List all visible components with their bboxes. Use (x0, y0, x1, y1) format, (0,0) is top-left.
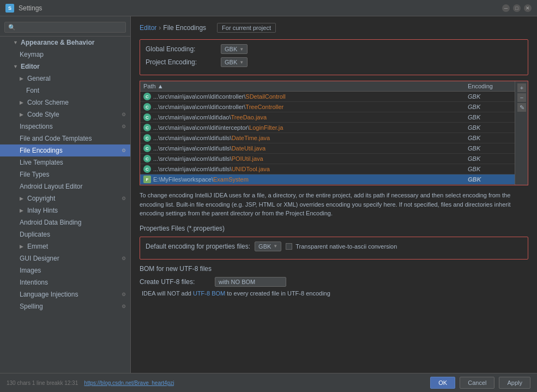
transparent-conversion-label[interactable]: Transparent native-to-ascii conversion (286, 243, 397, 250)
table-row[interactable]: C ...\src\main\java\com\ldit\utils\DateT… (140, 133, 515, 143)
project-encoding-arrow: ▼ (239, 60, 244, 65)
row-path-3: ...\src\main\java\com\ldit\interceptor\L… (153, 124, 468, 131)
table-row-selected[interactable]: F E:\MyFiles\workspace\ExamSystem GBK (140, 174, 515, 185)
table-wrapper: Path ▲ Encoding C ...\src\main\java\com\… (140, 81, 528, 185)
table-row[interactable]: C ...\src\main\java\com\ldit\controller\… (140, 102, 515, 112)
row-path-6: ...\src\main\java\com\ldit\utils\POIUtil… (153, 155, 468, 162)
file-icon-1: C (143, 103, 151, 111)
sidebar-label-file-code-templates: File and Code Templates (20, 135, 92, 142)
ok-button[interactable]: OK (430, 377, 455, 389)
sidebar-item-duplicates[interactable]: Duplicates (0, 228, 130, 240)
table-row[interactable]: C ...\src\main\java\com\ldit\utils\DateU… (140, 143, 515, 154)
sidebar-item-appearance[interactable]: ▼ Appearance & Behavior (0, 37, 130, 49)
cancel-button[interactable]: Cancel (460, 377, 494, 389)
close-button[interactable]: ✕ (524, 4, 532, 12)
remove-encoding-button[interactable]: − (517, 93, 526, 102)
table-row[interactable]: C ...\src\main\java\com\ldit\utils\POIUt… (140, 154, 515, 164)
breadcrumb-current: File Encodings (163, 24, 206, 32)
folder-icon-8: F (143, 176, 151, 183)
sidebar-item-copyright[interactable]: ▶ Copyright ⚙ (0, 192, 130, 204)
sidebar-item-keymap[interactable]: Keymap (0, 49, 130, 61)
properties-encoding-arrow: ▼ (273, 244, 277, 249)
search-input[interactable] (4, 22, 126, 33)
table-row[interactable]: C ...\src\main\java\com\ldit\dao\TreeDao… (140, 112, 515, 123)
sidebar-item-spelling[interactable]: Spelling ⚙ (0, 300, 130, 312)
dialog-body: ▼ Appearance & Behavior Keymap ▼ Editor … (0, 16, 537, 373)
file-encodings-table: Path ▲ Encoding C ...\src\main\java\com\… (140, 81, 528, 185)
sidebar-item-color-scheme[interactable]: ▶ Color Scheme (0, 97, 130, 108)
row-encoding-5: GBK (468, 145, 511, 152)
row-path-5: ...\src\main\java\com\ldit\utils\DateUti… (153, 145, 468, 152)
sidebar-item-android-data-binding[interactable]: Android Data Binding (0, 216, 130, 228)
global-encoding-label: Global Encoding: (146, 45, 216, 53)
row-encoding-6: GBK (468, 155, 511, 162)
sidebar-label-file-types: File Types (20, 171, 49, 178)
table-row[interactable]: C ...\src\main\java\com\ldit\controller\… (140, 92, 515, 102)
table-row[interactable]: C ...\src\main\java\com\ldit\interceptor… (140, 123, 515, 133)
create-utf8-label: Create UTF-8 files: (140, 278, 210, 286)
sidebar-item-font[interactable]: Font (0, 85, 130, 97)
properties-encoding-label: Default encoding for properties files: (146, 243, 250, 250)
sidebar-label-duplicates: Duplicates (20, 231, 50, 238)
sidebar-item-file-code-templates[interactable]: File and Code Templates (0, 132, 130, 144)
window-title: Settings (19, 4, 502, 12)
minimize-button[interactable]: ─ (502, 4, 510, 12)
path-column-header[interactable]: Path ▲ (143, 83, 468, 89)
add-encoding-button[interactable]: + (517, 83, 526, 92)
create-utf8-select[interactable]: with NO BOM with BOM with BOM (Windows) (215, 277, 286, 287)
sidebar-item-intentions[interactable]: Intentions (0, 276, 130, 288)
sidebar-item-android-layout[interactable]: Android Layout Editor (0, 180, 130, 192)
main-content: Editor › File Encodings For current proj… (131, 16, 537, 373)
table-inner: Path ▲ Encoding C ...\src\main\java\com\… (140, 81, 515, 185)
sidebar-item-code-style[interactable]: ▶ Code Style ⚙ (0, 108, 130, 120)
file-icon-2: C (143, 113, 151, 121)
sidebar-item-live-templates[interactable]: Live Templates (0, 156, 130, 168)
sidebar-item-gui-designer[interactable]: GUI Designer ⚙ (0, 252, 130, 264)
description-text: To change encoding IntelliJ IDEA uses fo… (140, 191, 528, 218)
sidebar-label-appearance: Appearance & Behavior (21, 39, 94, 46)
status-bar-text: 130 chars 1 line breakk 12:31 (7, 380, 78, 386)
sidebar-label-spelling: Spelling (20, 303, 43, 310)
sidebar-item-images[interactable]: Images (0, 264, 130, 276)
sidebar-item-file-encodings[interactable]: File Encodings ⚙ (0, 144, 130, 156)
utf8-bom-link[interactable]: UTF-8 BOM (193, 290, 225, 297)
sidebar-item-emmet[interactable]: ▶ Emmet (0, 240, 130, 252)
global-encoding-arrow: ▼ (239, 47, 244, 52)
sidebar-label-intentions: Intentions (20, 279, 48, 286)
sidebar-item-editor[interactable]: ▼ Editor (0, 61, 130, 73)
properties-encoding-row: Default encoding for properties files: G… (146, 242, 522, 251)
title-bar: S Settings ─ □ ✕ (0, 0, 537, 16)
breadcrumb: Editor › File Encodings For current proj… (140, 23, 528, 33)
sidebar-item-language-injections[interactable]: Language Injections ⚙ (0, 288, 130, 300)
encoding-settings-box: Global Encoding: GBK ▼ Project Encoding:… (140, 39, 528, 75)
bom-info: IDEA will NOT add UTF-8 BOM to every cre… (140, 290, 528, 297)
apply-button[interactable]: Apply (499, 377, 530, 389)
table-row[interactable]: C ...\src\main\java\com\ldit\utils\UNIDT… (140, 164, 515, 174)
expand-arrow-editor: ▼ (13, 64, 19, 69)
project-encoding-combo[interactable]: GBK ▼ (221, 57, 248, 67)
global-encoding-combo[interactable]: GBK ▼ (221, 44, 248, 54)
sidebar-item-general[interactable]: ▶ General (0, 73, 130, 85)
sidebar-item-inspections[interactable]: Inspections ⚙ (0, 120, 130, 132)
row-path-0: ...\src\main\java\com\ldit\controller\SD… (153, 93, 468, 100)
breadcrumb-editor: Editor (140, 24, 156, 32)
sidebar-label-copyright: Copyright (27, 195, 55, 202)
row-encoding-1: GBK (468, 104, 511, 110)
project-encoding-label: Project Encoding: (146, 58, 216, 66)
window-controls: ─ □ ✕ (502, 4, 532, 12)
transparent-conversion-checkbox[interactable] (286, 243, 292, 250)
properties-encoding-combo[interactable]: GBK ▼ (255, 242, 281, 251)
expand-arrow-copyright: ▶ (20, 196, 25, 201)
sidebar-label-images: Images (20, 267, 41, 274)
sidebar-item-file-types[interactable]: File Types (0, 168, 130, 180)
sidebar-item-inlay-hints[interactable]: ▶ Inlay Hints (0, 204, 130, 216)
edit-encoding-button[interactable]: ✎ (517, 103, 526, 112)
file-icon-6: C (143, 155, 151, 162)
encoding-column-header[interactable]: Encoding (468, 83, 511, 89)
maximize-button[interactable]: □ (513, 4, 521, 12)
global-encoding-value: GBK (225, 46, 237, 52)
expand-arrow-inlay-hints: ▶ (20, 208, 25, 213)
sidebar-label-general: General (27, 75, 51, 82)
for-current-project-badge[interactable]: For current project (217, 23, 276, 33)
status-bar-link[interactable]: https://blog.csdn.net/Brave_heart4pzj (84, 380, 174, 386)
